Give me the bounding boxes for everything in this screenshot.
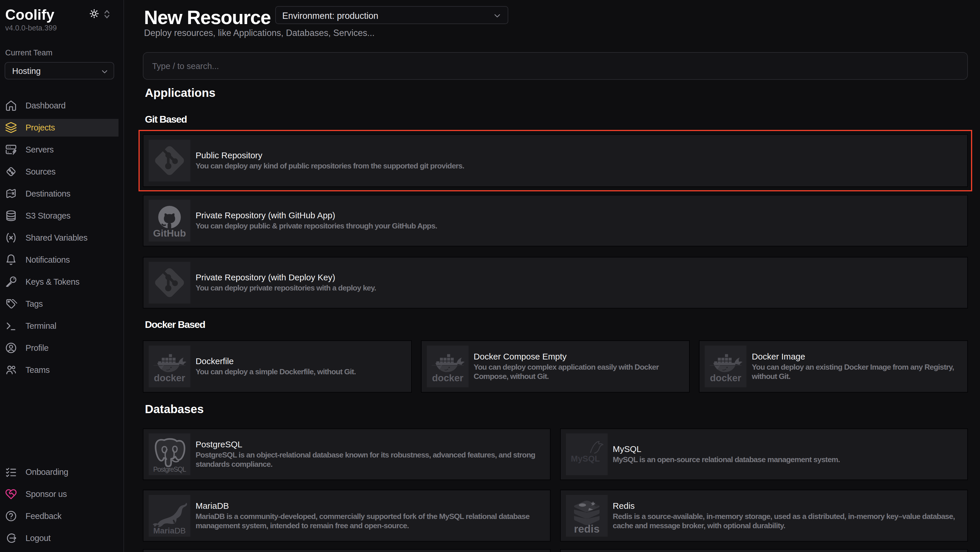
svg-text:docker: docker: [154, 373, 185, 383]
svg-text:docker: docker: [710, 373, 741, 383]
svg-text:MariaDB: MariaDB: [153, 526, 186, 535]
svg-text:docker: docker: [432, 373, 463, 383]
svg-text:GitHub: GitHub: [153, 228, 186, 239]
svg-text:PostgreSQL: PostgreSQL: [153, 466, 186, 473]
svg-text:MySQL: MySQL: [571, 454, 600, 463]
svg-text:redis: redis: [574, 523, 599, 535]
